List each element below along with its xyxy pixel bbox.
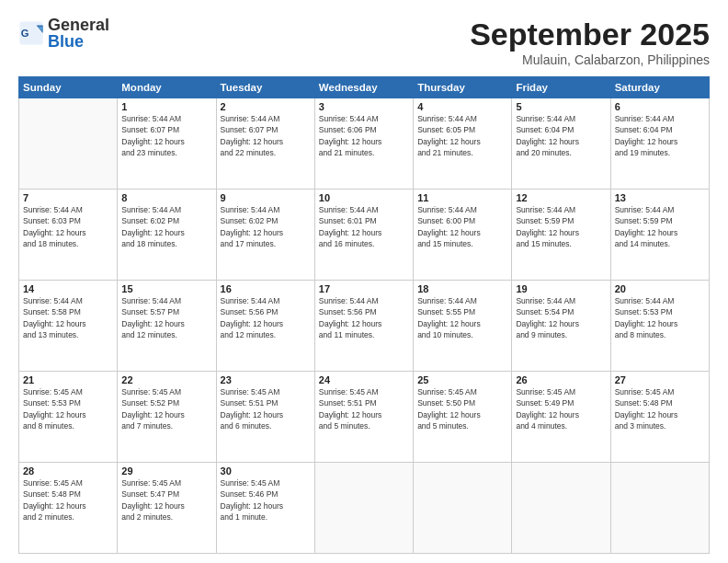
empty-cell [314, 463, 413, 554]
day-number: 1 [121, 101, 211, 112]
header-saturday: Saturday [610, 77, 709, 98]
day-info: Sunrise: 5:44 AMSunset: 5:54 PMDaylight:… [516, 295, 606, 340]
calendar-row: 21 Sunrise: 5:45 AMSunset: 5:53 PMDaylig… [19, 372, 710, 463]
day-number: 10 [319, 192, 409, 203]
day-number: 5 [516, 101, 606, 112]
day-number: 11 [417, 192, 507, 203]
day-info: Sunrise: 5:44 AMSunset: 5:56 PMDaylight:… [221, 295, 311, 340]
day-cell: 10 Sunrise: 5:44 AMSunset: 6:01 PMDaylig… [314, 190, 413, 281]
calendar-row: 14 Sunrise: 5:44 AMSunset: 5:58 PMDaylig… [19, 281, 710, 372]
day-number: 4 [417, 101, 507, 112]
header-wednesday: Wednesday [314, 77, 413, 98]
day-number: 25 [417, 374, 507, 385]
day-number: 30 [221, 465, 311, 477]
day-cell: 14 Sunrise: 5:44 AMSunset: 5:58 PMDaylig… [19, 281, 118, 372]
day-info: Sunrise: 5:44 AMSunset: 6:02 PMDaylight:… [121, 204, 211, 249]
header: G General Blue September 2025 Mulauin, C… [18, 17, 710, 67]
header-sunday: Sunday [19, 77, 118, 98]
day-number: 20 [615, 283, 705, 294]
day-number: 18 [417, 283, 507, 294]
day-cell: 13 Sunrise: 5:44 AMSunset: 5:59 PMDaylig… [610, 190, 709, 281]
day-number: 26 [516, 374, 606, 385]
day-cell: 23 Sunrise: 5:45 AMSunset: 5:51 PMDaylig… [216, 372, 314, 463]
day-cell: 2 Sunrise: 5:44 AMSunset: 6:07 PMDayligh… [216, 98, 314, 190]
day-info: Sunrise: 5:44 AMSunset: 6:04 PMDaylight:… [516, 113, 606, 158]
day-info: Sunrise: 5:45 AMSunset: 5:53 PMDaylight:… [23, 386, 113, 431]
svg-text:G: G [21, 28, 29, 39]
day-cell: 19 Sunrise: 5:44 AMSunset: 5:54 PMDaylig… [512, 281, 610, 372]
title-block: September 2025 Mulauin, Calabarzon, Phil… [470, 17, 710, 67]
day-info: Sunrise: 5:44 AMSunset: 5:56 PMDaylight:… [319, 295, 409, 340]
day-cell: 6 Sunrise: 5:44 AMSunset: 6:04 PMDayligh… [610, 98, 709, 190]
empty-cell [512, 463, 610, 554]
day-info: Sunrise: 5:45 AMSunset: 5:51 PMDaylight:… [319, 386, 409, 431]
empty-cell [610, 463, 709, 554]
day-cell: 4 Sunrise: 5:44 AMSunset: 6:05 PMDayligh… [414, 98, 512, 190]
day-number: 8 [121, 192, 211, 203]
day-info: Sunrise: 5:45 AMSunset: 5:46 PMDaylight:… [221, 477, 311, 523]
day-cell: 24 Sunrise: 5:45 AMSunset: 5:51 PMDaylig… [314, 372, 413, 463]
logo: G General Blue [18, 17, 109, 50]
day-number: 21 [23, 374, 113, 385]
day-cell: 9 Sunrise: 5:44 AMSunset: 6:02 PMDayligh… [216, 190, 314, 281]
day-number: 7 [23, 192, 113, 203]
day-number: 13 [615, 192, 705, 203]
day-info: Sunrise: 5:45 AMSunset: 5:51 PMDaylight:… [221, 386, 311, 431]
day-number: 16 [221, 283, 311, 294]
empty-cell [414, 463, 512, 554]
header-friday: Friday [512, 77, 610, 98]
day-number: 24 [319, 374, 409, 385]
day-info: Sunrise: 5:44 AMSunset: 5:59 PMDaylight:… [615, 204, 705, 249]
day-number: 9 [221, 192, 311, 203]
day-number: 27 [615, 374, 705, 385]
day-info: Sunrise: 5:45 AMSunset: 5:50 PMDaylight:… [417, 386, 507, 431]
day-cell: 5 Sunrise: 5:44 AMSunset: 6:04 PMDayligh… [512, 98, 610, 190]
day-cell: 20 Sunrise: 5:44 AMSunset: 5:53 PMDaylig… [610, 281, 709, 372]
day-info: Sunrise: 5:44 AMSunset: 6:02 PMDaylight:… [221, 204, 311, 249]
page: G General Blue September 2025 Mulauin, C… [0, 0, 728, 563]
day-cell: 29 Sunrise: 5:45 AMSunset: 5:47 PMDaylig… [118, 463, 216, 554]
day-cell: 26 Sunrise: 5:45 AMSunset: 5:49 PMDaylig… [512, 372, 610, 463]
day-cell: 25 Sunrise: 5:45 AMSunset: 5:50 PMDaylig… [414, 372, 512, 463]
logo-text: General Blue [48, 17, 109, 50]
day-number: 12 [516, 192, 606, 203]
day-number: 28 [23, 465, 113, 477]
day-info: Sunrise: 5:44 AMSunset: 6:04 PMDaylight:… [615, 113, 705, 158]
logo-blue: Blue [48, 33, 109, 50]
day-info: Sunrise: 5:44 AMSunset: 5:55 PMDaylight:… [417, 295, 507, 340]
day-cell: 16 Sunrise: 5:44 AMSunset: 5:56 PMDaylig… [216, 281, 314, 372]
day-number: 2 [221, 101, 311, 112]
day-info: Sunrise: 5:45 AMSunset: 5:49 PMDaylight:… [516, 386, 606, 431]
month-title: September 2025 [470, 17, 710, 52]
day-number: 23 [221, 374, 311, 385]
header-thursday: Thursday [414, 77, 512, 98]
day-info: Sunrise: 5:45 AMSunset: 5:48 PMDaylight:… [615, 386, 705, 431]
day-info: Sunrise: 5:44 AMSunset: 6:00 PMDaylight:… [417, 204, 507, 249]
day-cell: 22 Sunrise: 5:45 AMSunset: 5:52 PMDaylig… [118, 372, 216, 463]
day-cell: 18 Sunrise: 5:44 AMSunset: 5:55 PMDaylig… [414, 281, 512, 372]
day-info: Sunrise: 5:45 AMSunset: 5:48 PMDaylight:… [23, 477, 113, 523]
day-cell: 15 Sunrise: 5:44 AMSunset: 5:57 PMDaylig… [118, 281, 216, 372]
day-number: 29 [121, 465, 211, 477]
day-cell: 3 Sunrise: 5:44 AMSunset: 6:06 PMDayligh… [314, 98, 413, 190]
day-info: Sunrise: 5:44 AMSunset: 5:59 PMDaylight:… [516, 204, 606, 249]
header-tuesday: Tuesday [216, 77, 314, 98]
empty-cell [19, 98, 118, 190]
day-info: Sunrise: 5:44 AMSunset: 6:03 PMDaylight:… [23, 204, 113, 249]
day-cell: 11 Sunrise: 5:44 AMSunset: 6:00 PMDaylig… [414, 190, 512, 281]
day-number: 14 [23, 283, 113, 294]
day-number: 17 [319, 283, 409, 294]
day-number: 6 [615, 101, 705, 112]
day-cell: 17 Sunrise: 5:44 AMSunset: 5:56 PMDaylig… [314, 281, 413, 372]
calendar-table: Sunday Monday Tuesday Wednesday Thursday… [18, 76, 710, 554]
day-info: Sunrise: 5:44 AMSunset: 6:07 PMDaylight:… [121, 113, 211, 158]
day-info: Sunrise: 5:44 AMSunset: 6:01 PMDaylight:… [319, 204, 409, 249]
day-cell: 27 Sunrise: 5:45 AMSunset: 5:48 PMDaylig… [610, 372, 709, 463]
header-monday: Monday [118, 77, 216, 98]
weekday-header-row: Sunday Monday Tuesday Wednesday Thursday… [19, 77, 710, 98]
calendar-row: 28 Sunrise: 5:45 AMSunset: 5:48 PMDaylig… [19, 463, 710, 554]
day-cell: 12 Sunrise: 5:44 AMSunset: 5:59 PMDaylig… [512, 190, 610, 281]
day-cell: 28 Sunrise: 5:45 AMSunset: 5:48 PMDaylig… [19, 463, 118, 554]
day-info: Sunrise: 5:45 AMSunset: 5:47 PMDaylight:… [121, 477, 211, 523]
location: Mulauin, Calabarzon, Philippines [470, 52, 710, 67]
